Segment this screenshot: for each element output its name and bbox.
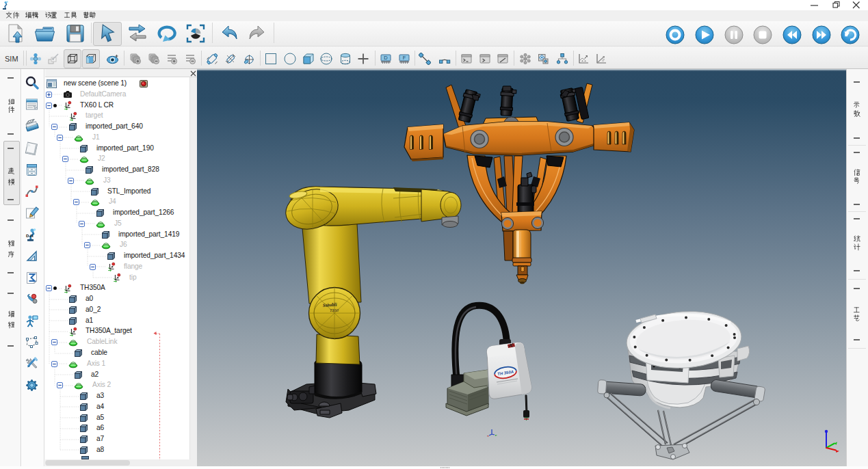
svg-text:D-H: D-H [26, 234, 34, 238]
svg-text:F: F [403, 55, 406, 61]
svg-text:D: D [384, 55, 388, 61]
svg-text:Stäubli: Stäubli [323, 302, 337, 308]
svg-text:TX60: TX60 [330, 308, 339, 312]
